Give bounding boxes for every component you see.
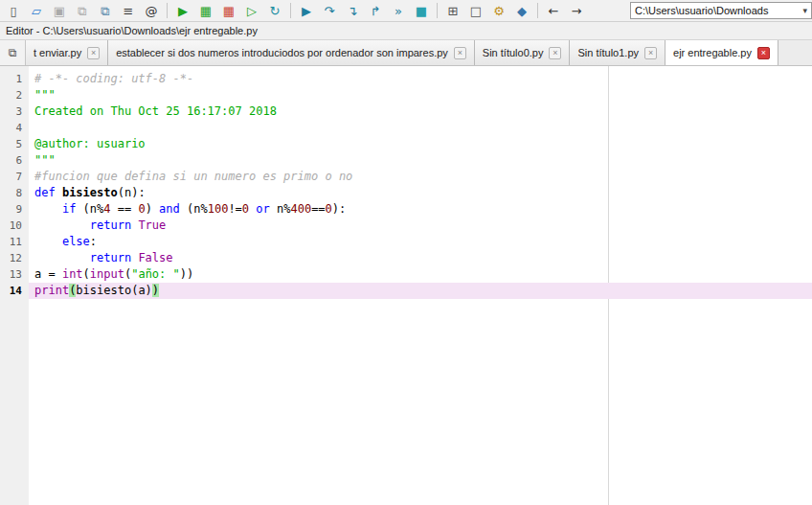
token-kw: or [256, 202, 269, 216]
token-paren: ) [152, 284, 159, 297]
open-file-icon: ▱ [32, 5, 41, 17]
new-file-button[interactable]: ▯ [2, 1, 25, 20]
working-directory-combobox[interactable]: C:\Users\usuario\Downloads ▾ [630, 2, 812, 19]
step-over-button[interactable]: ↷ [318, 1, 341, 20]
run-cell-button[interactable]: ▦ [194, 1, 217, 20]
tab-establecer-si-dos-numeros-introduciodos-por-ordenador-son-impares-py[interactable]: establecer si dos numeros introduciodos … [108, 40, 475, 65]
token-plain: == [111, 202, 139, 216]
forward-icon: → [572, 5, 582, 17]
token-string: "año: " [131, 267, 180, 281]
code-line-8[interactable]: 8def bisiesto(n): [0, 185, 812, 201]
code-line-14[interactable]: 14print(bisiesto(a)) [0, 283, 812, 299]
chevron-down-icon[interactable]: ▾ [802, 6, 807, 15]
tab-sin-t-tulo1-py[interactable]: Sin título1.py× [570, 40, 665, 65]
line-text: #funcion que defina si un numero es prim… [29, 169, 812, 185]
run-selection-button[interactable]: ▷ [240, 1, 263, 20]
step-out-button[interactable]: ↱ [364, 1, 387, 20]
panes-button[interactable]: ⊞ [441, 1, 464, 20]
spyder-window: ▯▱▣⧉⧉≡@▶▦▦▷↻▶↷↴↱»■⊞□⚙◆←→ C:\Users\usuari… [0, 0, 812, 505]
token-defname: bisiesto [62, 186, 118, 199]
python-path-button[interactable]: ◆ [510, 1, 533, 20]
line-text: if (n%4 == 0) and (n%100!=0 or n%400==0)… [29, 201, 812, 218]
step-into-button[interactable]: ↴ [341, 1, 364, 20]
python-path-icon: ◆ [517, 5, 527, 17]
editor-tab-bar: ⧉ t enviar.py×establecer si dos numeros … [0, 40, 812, 66]
code-line-2[interactable]: 2""" [0, 87, 812, 103]
line-text: def bisiesto(n): [29, 185, 812, 201]
debug-file-icon: ▶ [302, 5, 311, 17]
working-directory-value: C:\Users\usuario\Downloads [635, 5, 802, 16]
debug-file-button[interactable]: ▶ [295, 1, 318, 20]
continue-execution-button[interactable]: » [387, 1, 410, 20]
file-switcher-button[interactable]: ⧉ [94, 1, 117, 20]
back-icon: ← [549, 5, 559, 17]
open-file-button[interactable]: ▱ [25, 1, 48, 20]
token-builtin: input [90, 267, 124, 281]
token-kw: and [159, 202, 180, 216]
preferences-button[interactable]: ⚙ [487, 1, 510, 20]
tab-ejr-entregable-py[interactable]: ejr entregable.py× [665, 40, 778, 65]
back-button[interactable]: ← [542, 1, 565, 20]
maximize-pane-button[interactable]: □ [464, 1, 487, 20]
code-line-12[interactable]: 12 return False [0, 250, 812, 266]
tab-label: ejr entregable.py [673, 47, 752, 58]
token-plain [34, 251, 90, 264]
tab-close-icon[interactable]: × [454, 47, 466, 59]
token-plain: : [90, 235, 97, 248]
save-file-button[interactable]: ▣ [48, 1, 71, 20]
code-line-13[interactable]: 13a = int(input("año: ")) [0, 266, 812, 283]
browse-tabs-button[interactable]: ⧉ [0, 40, 26, 65]
run-cell-icon: ▦ [200, 5, 212, 17]
new-file-icon: ▯ [10, 5, 16, 17]
code-line-5[interactable]: 5@author: usuario [0, 136, 812, 152]
code-editor[interactable]: 1# -*- coding: utf-8 -*-2"""3Created on … [0, 66, 812, 505]
code-line-10[interactable]: 10 return True [0, 218, 812, 234]
line-number: 2 [0, 87, 29, 103]
toolbar-separator [167, 3, 168, 18]
token-kw: if [62, 202, 76, 216]
token-kw: else [62, 235, 90, 248]
code-line-7[interactable]: 7#funcion que defina si un numero es pri… [0, 169, 812, 185]
token-plain [34, 218, 90, 232]
run-cell-advance-button[interactable]: ▦ [217, 1, 240, 20]
token-string: """ [34, 88, 56, 102]
tab-close-icon[interactable]: × [549, 47, 561, 59]
token-builtin: int [62, 267, 83, 281]
tab-close-icon[interactable]: × [87, 47, 100, 59]
code-line-9[interactable]: 9 if (n%4 == 0) and (n%100!=0 or n%400==… [0, 201, 812, 218]
tab-close-icon[interactable]: × [644, 47, 657, 59]
token-plain: n% [270, 202, 291, 216]
symbol-finder-button[interactable]: @ [140, 1, 163, 20]
token-kw: return [90, 251, 131, 264]
line-text: """ [29, 152, 812, 169]
line-number: 14 [0, 283, 29, 299]
tab-t-enviar-py[interactable]: t enviar.py× [26, 40, 108, 65]
code-line-3[interactable]: 3Created on Thu Oct 25 16:17:07 2018 [0, 103, 812, 120]
step-into-icon: ↴ [348, 5, 358, 17]
token-num: 100 [208, 202, 229, 216]
tab-label: Sin título1.py [577, 47, 639, 58]
rerun-cell-button[interactable]: ↻ [263, 1, 286, 20]
stop-debug-button[interactable]: ■ [410, 1, 433, 20]
line-text: print(bisiesto(a)) [29, 283, 812, 299]
symbol-finder-icon: @ [146, 5, 158, 17]
forward-button[interactable]: → [565, 1, 588, 20]
step-over-icon: ↷ [325, 5, 335, 17]
line-number: 8 [0, 185, 29, 201]
line-number: 5 [0, 136, 29, 152]
tab-label: t enviar.py [34, 47, 81, 58]
run-file-button[interactable]: ▶ [171, 1, 194, 20]
code-line-6[interactable]: 6""" [0, 152, 812, 169]
token-string: Created on Thu Oct 25 16:17:07 2018 [34, 104, 277, 118]
code-line-11[interactable]: 11 else: [0, 234, 812, 250]
line-number: 7 [0, 169, 29, 185]
code-line-4[interactable]: 4 [0, 120, 812, 136]
save-all-button[interactable]: ⧉ [71, 1, 94, 20]
outline-explorer-button[interactable]: ≡ [117, 1, 140, 20]
code-line-1[interactable]: 1# -*- coding: utf-8 -*- [0, 71, 812, 87]
tab-close-icon[interactable]: × [757, 47, 770, 59]
tab-sin-t-tulo0-py[interactable]: Sin título0.py× [475, 40, 571, 65]
line-text: else: [29, 234, 812, 250]
toolbar-icons: ▯▱▣⧉⧉≡@▶▦▦▷↻▶↷↴↱»■⊞□⚙◆←→ [2, 0, 588, 21]
token-num: 4 [103, 202, 110, 216]
